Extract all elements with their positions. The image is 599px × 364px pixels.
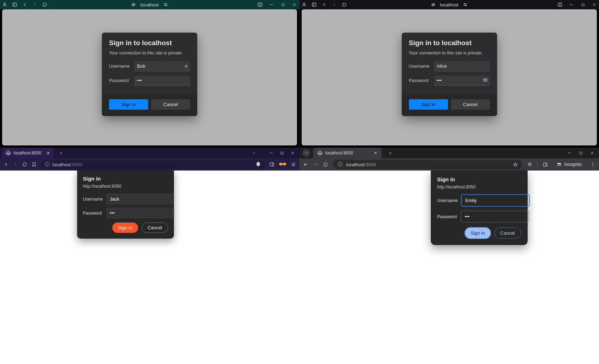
- password-input[interactable]: [107, 208, 173, 218]
- close-icon[interactable]: [290, 150, 295, 155]
- password-input[interactable]: [134, 76, 190, 86]
- maximize-icon[interactable]: [580, 2, 585, 7]
- svg-rect-43: [580, 152, 582, 154]
- tabs-dropdown-icon[interactable]: [251, 150, 256, 155]
- tab[interactable]: localhost:8050 ✕: [313, 148, 382, 158]
- forward-icon[interactable]: [313, 162, 318, 167]
- address-text[interactable]: localhost: [140, 2, 159, 8]
- svg-point-50: [557, 164, 559, 166]
- sidebar-icon[interactable]: [312, 2, 317, 7]
- password-label: Password: [109, 78, 131, 83]
- settings-slider-icon[interactable]: [163, 2, 168, 7]
- signin-button[interactable]: Sign in: [112, 222, 138, 233]
- back-icon[interactable]: [4, 162, 9, 167]
- password-input[interactable]: [461, 211, 529, 222]
- cancel-button[interactable]: Cancel: [451, 99, 490, 110]
- address-text[interactable]: localhost: [440, 2, 458, 8]
- maximize-icon[interactable]: [578, 150, 583, 155]
- username-input[interactable]: [134, 61, 190, 71]
- signin-button[interactable]: Sign in: [409, 99, 448, 110]
- signin-button[interactable]: Sign in: [465, 227, 491, 239]
- sidebar-icon[interactable]: [269, 162, 274, 167]
- tab-search-icon[interactable]: [302, 149, 310, 157]
- auth-dialog: Sign in http://localhost:8050 Username P…: [431, 171, 528, 245]
- tab[interactable]: localhost:8050 ✕: [2, 148, 54, 158]
- maximize-icon[interactable]: [280, 2, 286, 7]
- minimize-icon[interactable]: [269, 150, 274, 155]
- password-input[interactable]: [434, 76, 490, 86]
- close-icon[interactable]: [292, 2, 297, 7]
- auth-dialog: Sign in http://localhost:8050 Username P…: [77, 171, 174, 239]
- new-tab-icon[interactable]: ＋: [388, 150, 392, 156]
- globe-icon: [6, 150, 11, 155]
- chrome-window: localhost:8050 ✕ ＋ ⓘ localhost:8050 Inco…: [300, 148, 599, 364]
- toolbar: ⓘ localhost:8050: [0, 158, 300, 171]
- maximize-icon[interactable]: [279, 150, 284, 155]
- username-input[interactable]: [461, 195, 529, 206]
- back-icon[interactable]: [322, 2, 327, 7]
- bookmark-star-icon[interactable]: [513, 162, 518, 167]
- reload-icon[interactable]: [342, 2, 347, 7]
- clear-icon[interactable]: ✕: [184, 64, 188, 69]
- username-label: Username: [409, 64, 430, 69]
- new-tab-icon[interactable]: ＋: [59, 150, 63, 156]
- cancel-button[interactable]: Cancel: [142, 222, 168, 233]
- svg-rect-12: [282, 4, 284, 6]
- reveal-password-icon[interactable]: [483, 78, 488, 84]
- signin-button[interactable]: Sign in: [109, 99, 148, 110]
- password-label: Password: [409, 78, 430, 83]
- svg-point-54: [593, 164, 593, 165]
- menu-icon[interactable]: [291, 162, 296, 167]
- viewport: Sign in http://localhost:8050 Username P…: [0, 171, 300, 364]
- incognito-badge[interactable]: Incognito: [553, 161, 585, 168]
- edge-window-right: localhost Sign in to localhost Your conn…: [300, 0, 599, 148]
- site-info-icon[interactable]: ⓘ: [44, 162, 49, 167]
- reload-icon[interactable]: [42, 2, 47, 7]
- private-glasses-icon[interactable]: [279, 161, 287, 168]
- password-label: Password: [83, 211, 103, 216]
- side-panel-icon[interactable]: [543, 162, 548, 167]
- address-bar[interactable]: ⓘ localhost:8050: [333, 160, 522, 169]
- tab-title: localhost:8050: [14, 150, 41, 155]
- tab-close-icon[interactable]: ✕: [46, 150, 50, 156]
- menu-icon[interactable]: [590, 162, 595, 167]
- dialog-title: Sign in to localhost: [109, 39, 190, 47]
- profile-icon[interactable]: [302, 2, 307, 7]
- back-icon[interactable]: [303, 162, 308, 167]
- profile-icon[interactable]: [2, 2, 7, 7]
- split-icon[interactable]: [258, 2, 263, 7]
- extensions-icon[interactable]: [527, 162, 532, 167]
- svg-point-19: [431, 3, 435, 6]
- address-bar[interactable]: ⓘ localhost:8050: [41, 160, 265, 169]
- username-input[interactable]: [434, 61, 490, 71]
- forward-icon[interactable]: [32, 2, 37, 7]
- minimize-icon[interactable]: [567, 150, 572, 155]
- close-icon[interactable]: [590, 150, 595, 155]
- username-label: Username: [83, 197, 103, 202]
- back-icon[interactable]: [22, 2, 27, 7]
- split-icon[interactable]: [557, 2, 562, 7]
- toolbar: ⓘ localhost:8050 Incognito: [300, 158, 599, 171]
- close-icon[interactable]: [592, 2, 597, 7]
- minimize-icon[interactable]: [569, 2, 574, 7]
- site-info-icon[interactable]: [131, 2, 136, 7]
- reload-icon[interactable]: [323, 162, 328, 167]
- bookmark-icon[interactable]: [32, 162, 37, 167]
- forward-icon[interactable]: [13, 162, 18, 167]
- forward-icon[interactable]: [332, 2, 337, 7]
- cancel-button[interactable]: Cancel: [494, 227, 521, 239]
- cancel-button[interactable]: Cancel: [151, 99, 190, 110]
- tab-close-icon[interactable]: ✕: [374, 150, 377, 155]
- username-input[interactable]: [107, 194, 173, 204]
- brave-shields-icon[interactable]: [255, 161, 261, 168]
- minimize-icon[interactable]: [269, 2, 274, 7]
- tabstrip: localhost:8050 ✕ ＋: [0, 148, 300, 158]
- reload-icon[interactable]: [22, 162, 27, 167]
- svg-point-38: [283, 163, 286, 166]
- dialog-site: http://localhost:8050: [437, 185, 521, 190]
- brave-window: localhost:8050 ✕ ＋ ⓘ localhost:8050 Sign…: [0, 148, 300, 364]
- sidebar-icon[interactable]: [12, 2, 17, 7]
- settings-slider-icon[interactable]: [463, 2, 468, 7]
- site-info-icon[interactable]: [431, 2, 436, 7]
- site-info-icon[interactable]: ⓘ: [338, 162, 343, 167]
